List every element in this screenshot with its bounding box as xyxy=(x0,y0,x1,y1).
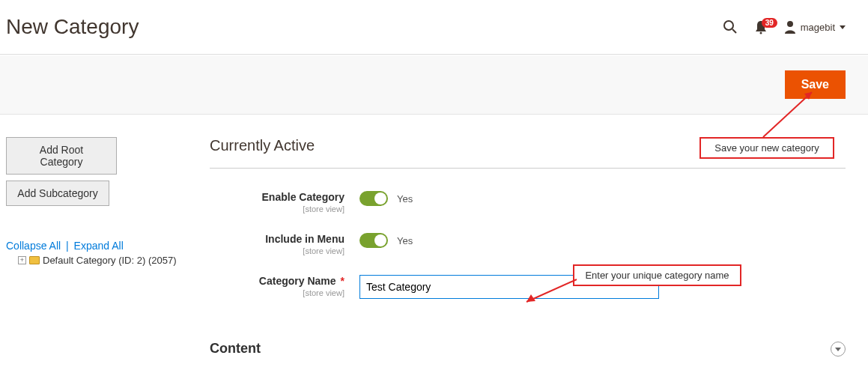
expand-all-link[interactable]: Expand All xyxy=(74,240,124,252)
header-actions: 39 magebit xyxy=(723,19,846,34)
search-icon[interactable] xyxy=(723,19,738,34)
collapse-all-link[interactable]: Collapse All xyxy=(6,240,61,252)
chevron-down-icon xyxy=(831,342,846,357)
svg-point-2 xyxy=(759,32,762,34)
add-subcategory-button[interactable]: Add Subcategory xyxy=(6,181,109,206)
category-name-label: Category Name xyxy=(259,275,336,287)
save-button[interactable]: Save xyxy=(785,70,846,99)
enable-category-toggle[interactable] xyxy=(359,191,388,206)
scope-label: [store view] xyxy=(210,246,345,255)
action-bar: Save xyxy=(0,55,868,115)
expand-icon[interactable]: + xyxy=(18,256,26,264)
content-area: Currently Active Enable Category [store … xyxy=(210,137,868,357)
content-section-toggle[interactable]: Content xyxy=(210,318,846,357)
user-icon xyxy=(784,20,796,34)
content-section-label: Content xyxy=(210,341,261,357)
include-in-menu-toggle[interactable] xyxy=(359,233,388,248)
svg-point-0 xyxy=(724,21,733,30)
annotation-name: Enter your unique category name xyxy=(573,264,741,286)
scope-label: [store view] xyxy=(210,288,345,297)
svg-line-1 xyxy=(732,29,736,33)
enable-category-value: Yes xyxy=(397,193,413,204)
svg-point-3 xyxy=(787,21,793,27)
tree-item-default-category[interactable]: + Default Category (ID: 2) (2057) xyxy=(18,255,210,266)
add-root-category-button[interactable]: Add Root Category xyxy=(6,137,117,175)
include-in-menu-label: Include in Menu xyxy=(210,233,345,245)
notifications-icon[interactable]: 39 xyxy=(754,19,768,34)
notification-badge: 39 xyxy=(762,18,777,28)
annotation-save: Save your new category xyxy=(699,137,834,159)
page-title: New Category xyxy=(6,15,139,39)
required-icon: * xyxy=(341,275,345,287)
include-in-menu-value: Yes xyxy=(397,235,413,246)
scope-label: [store view] xyxy=(210,204,345,213)
sidebar: Add Root Category Add Subcategory Collap… xyxy=(0,137,210,357)
separator: | xyxy=(66,240,69,252)
chevron-down-icon xyxy=(840,25,846,29)
tree-item-label: Default Category (ID: 2) (2057) xyxy=(43,255,176,266)
username-label: magebit xyxy=(801,22,835,33)
user-menu[interactable]: magebit xyxy=(784,20,846,34)
folder-icon xyxy=(29,256,40,264)
enable-category-label: Enable Category xyxy=(210,191,345,203)
tree-controls: Collapse All | Expand All xyxy=(6,240,210,252)
